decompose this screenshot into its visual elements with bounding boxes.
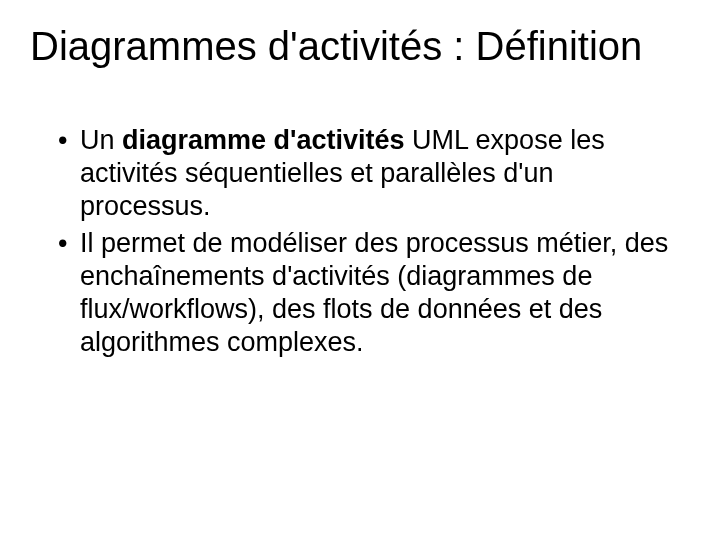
slide-content: Un diagramme d'activités UML expose les … [30,124,690,359]
bullet-text-bold: diagramme d'activités [122,125,405,155]
bullet-list: Un diagramme d'activités UML expose les … [58,124,690,359]
list-item: Il permet de modéliser des processus mét… [58,227,690,359]
list-item: Un diagramme d'activités UML expose les … [58,124,690,223]
slide-title: Diagrammes d'activités : Définition [30,24,690,68]
bullet-text-post: Il permet de modéliser des processus mét… [80,228,668,357]
bullet-text-pre: Un [80,125,122,155]
